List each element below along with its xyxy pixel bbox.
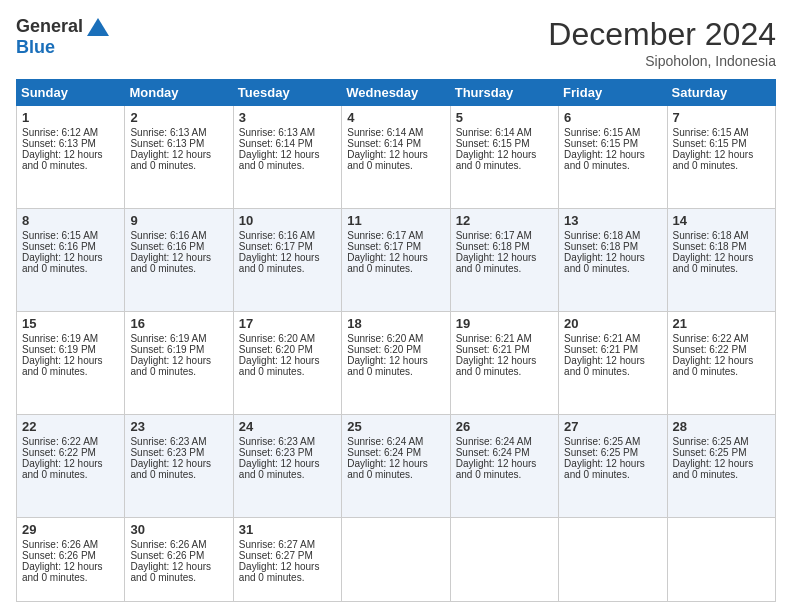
sunrise: Sunrise: 6:13 AM [239, 127, 315, 138]
daylight-detail: and 0 minutes. [456, 469, 522, 480]
table-row: 2Sunrise: 6:13 AMSunset: 6:13 PMDaylight… [125, 106, 233, 209]
sunrise: Sunrise: 6:24 AM [347, 436, 423, 447]
table-row [559, 517, 667, 601]
table-row: 26Sunrise: 6:24 AMSunset: 6:24 PMDayligh… [450, 414, 558, 517]
day-number: 8 [22, 213, 119, 228]
daylight-detail: and 0 minutes. [564, 469, 630, 480]
table-row: 12Sunrise: 6:17 AMSunset: 6:18 PMDayligh… [450, 208, 558, 311]
sunset: Sunset: 6:23 PM [239, 447, 313, 458]
daylight-detail: and 0 minutes. [347, 469, 413, 480]
page-container: General Blue December 2024 Sipoholon, In… [0, 0, 792, 612]
sunset: Sunset: 6:15 PM [673, 138, 747, 149]
sunset: Sunset: 6:17 PM [239, 241, 313, 252]
calendar-table: Sunday Monday Tuesday Wednesday Thursday… [16, 79, 776, 602]
sunrise: Sunrise: 6:16 AM [130, 230, 206, 241]
table-row: 9Sunrise: 6:16 AMSunset: 6:16 PMDaylight… [125, 208, 233, 311]
month-title: December 2024 [548, 16, 776, 53]
table-row: 8Sunrise: 6:15 AMSunset: 6:16 PMDaylight… [17, 208, 125, 311]
daylight-detail: and 0 minutes. [673, 263, 739, 274]
day-number: 2 [130, 110, 227, 125]
daylight-detail: and 0 minutes. [456, 160, 522, 171]
daylight-label: Daylight: 12 hours [130, 252, 211, 263]
table-row: 7Sunrise: 6:15 AMSunset: 6:15 PMDaylight… [667, 106, 775, 209]
daylight-detail: and 0 minutes. [673, 160, 739, 171]
table-row: 13Sunrise: 6:18 AMSunset: 6:18 PMDayligh… [559, 208, 667, 311]
col-sunday: Sunday [17, 80, 125, 106]
daylight-label: Daylight: 12 hours [456, 355, 537, 366]
daylight-label: Daylight: 12 hours [239, 458, 320, 469]
day-number: 7 [673, 110, 770, 125]
sunset: Sunset: 6:15 PM [456, 138, 530, 149]
daylight-detail: and 0 minutes. [130, 160, 196, 171]
sunrise: Sunrise: 6:13 AM [130, 127, 206, 138]
table-row: 31Sunrise: 6:27 AMSunset: 6:27 PMDayligh… [233, 517, 341, 601]
logo-icon [87, 18, 109, 36]
day-number: 17 [239, 316, 336, 331]
table-row: 22Sunrise: 6:22 AMSunset: 6:22 PMDayligh… [17, 414, 125, 517]
daylight-detail: and 0 minutes. [130, 366, 196, 377]
sunrise: Sunrise: 6:19 AM [130, 333, 206, 344]
day-number: 15 [22, 316, 119, 331]
col-wednesday: Wednesday [342, 80, 450, 106]
daylight-label: Daylight: 12 hours [456, 252, 537, 263]
daylight-label: Daylight: 12 hours [564, 252, 645, 263]
day-number: 3 [239, 110, 336, 125]
daylight-label: Daylight: 12 hours [239, 561, 320, 572]
sunrise: Sunrise: 6:25 AM [564, 436, 640, 447]
sunset: Sunset: 6:14 PM [347, 138, 421, 149]
daylight-label: Daylight: 12 hours [130, 355, 211, 366]
sunrise: Sunrise: 6:17 AM [456, 230, 532, 241]
day-number: 23 [130, 419, 227, 434]
sunrise: Sunrise: 6:23 AM [130, 436, 206, 447]
sunrise: Sunrise: 6:20 AM [347, 333, 423, 344]
day-number: 30 [130, 522, 227, 537]
sunrise: Sunrise: 6:12 AM [22, 127, 98, 138]
day-number: 21 [673, 316, 770, 331]
daylight-detail: and 0 minutes. [239, 469, 305, 480]
daylight-label: Daylight: 12 hours [673, 458, 754, 469]
sunrise: Sunrise: 6:24 AM [456, 436, 532, 447]
table-row: 1Sunrise: 6:12 AMSunset: 6:13 PMDaylight… [17, 106, 125, 209]
table-row: 10Sunrise: 6:16 AMSunset: 6:17 PMDayligh… [233, 208, 341, 311]
daylight-detail: and 0 minutes. [130, 263, 196, 274]
daylight-label: Daylight: 12 hours [22, 149, 103, 160]
day-number: 26 [456, 419, 553, 434]
table-row: 21Sunrise: 6:22 AMSunset: 6:22 PMDayligh… [667, 311, 775, 414]
sunset: Sunset: 6:16 PM [22, 241, 96, 252]
daylight-label: Daylight: 12 hours [456, 458, 537, 469]
table-row: 14Sunrise: 6:18 AMSunset: 6:18 PMDayligh… [667, 208, 775, 311]
daylight-label: Daylight: 12 hours [239, 355, 320, 366]
daylight-label: Daylight: 12 hours [347, 252, 428, 263]
daylight-label: Daylight: 12 hours [673, 252, 754, 263]
table-row: 27Sunrise: 6:25 AMSunset: 6:25 PMDayligh… [559, 414, 667, 517]
sunrise: Sunrise: 6:27 AM [239, 539, 315, 550]
col-friday: Friday [559, 80, 667, 106]
daylight-label: Daylight: 12 hours [347, 355, 428, 366]
daylight-label: Daylight: 12 hours [456, 149, 537, 160]
sunset: Sunset: 6:18 PM [456, 241, 530, 252]
sunset: Sunset: 6:18 PM [673, 241, 747, 252]
calendar-header-row: Sunday Monday Tuesday Wednesday Thursday… [17, 80, 776, 106]
sunrise: Sunrise: 6:22 AM [673, 333, 749, 344]
daylight-label: Daylight: 12 hours [347, 149, 428, 160]
table-row: 6Sunrise: 6:15 AMSunset: 6:15 PMDaylight… [559, 106, 667, 209]
day-number: 13 [564, 213, 661, 228]
table-row: 4Sunrise: 6:14 AMSunset: 6:14 PMDaylight… [342, 106, 450, 209]
daylight-label: Daylight: 12 hours [22, 458, 103, 469]
table-row: 3Sunrise: 6:13 AMSunset: 6:14 PMDaylight… [233, 106, 341, 209]
sunrise: Sunrise: 6:22 AM [22, 436, 98, 447]
table-row: 25Sunrise: 6:24 AMSunset: 6:24 PMDayligh… [342, 414, 450, 517]
daylight-detail: and 0 minutes. [347, 263, 413, 274]
sunrise: Sunrise: 6:14 AM [347, 127, 423, 138]
day-number: 29 [22, 522, 119, 537]
sunset: Sunset: 6:25 PM [673, 447, 747, 458]
sunset: Sunset: 6:19 PM [22, 344, 96, 355]
day-number: 12 [456, 213, 553, 228]
sunrise: Sunrise: 6:18 AM [564, 230, 640, 241]
sunset: Sunset: 6:17 PM [347, 241, 421, 252]
daylight-detail: and 0 minutes. [347, 366, 413, 377]
day-number: 4 [347, 110, 444, 125]
day-number: 31 [239, 522, 336, 537]
daylight-detail: and 0 minutes. [22, 572, 88, 583]
table-row [667, 517, 775, 601]
